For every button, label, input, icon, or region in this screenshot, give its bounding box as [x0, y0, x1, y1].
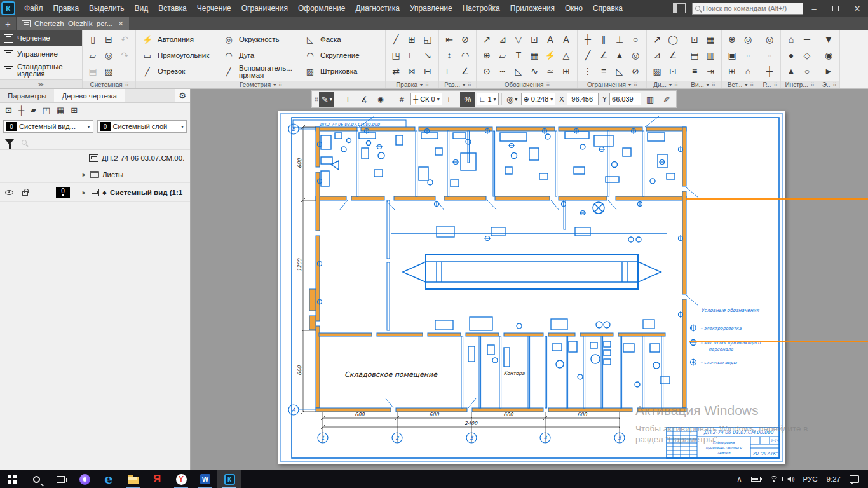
views-icon[interactable]: ⊡ [5, 105, 12, 115]
document-tab[interactable]: Chertezh_Olezhik_per... ✕ [17, 17, 129, 30]
new-tab-button[interactable]: + [0, 17, 17, 30]
snap-toggle-button[interactable]: % [460, 92, 475, 107]
menu-item-5[interactable]: Вставка [153, 0, 192, 17]
toolbar-grip[interactable]: ⠿ [314, 96, 318, 103]
tool-icon[interactable]: ⊕ [724, 32, 740, 47]
tool-icon[interactable]: ▼ [821, 32, 836, 47]
tool-icon[interactable]: ⊞ [724, 64, 740, 79]
tool-icon[interactable]: ╱ [580, 48, 595, 63]
tool-icon[interactable]: ↕ [442, 48, 457, 63]
tool-icon[interactable]: ▤ [687, 48, 702, 63]
menu-item-9[interactable]: Диагностика [350, 0, 405, 17]
style-pencil-button[interactable]: ✎▾ [319, 92, 334, 107]
tool-icon[interactable]: ▣ [724, 48, 740, 63]
zoom-level-dropdown[interactable]: ⊕ 0.248 ▾ [521, 93, 556, 105]
tool-icon[interactable]: ↘ [420, 48, 435, 63]
grid-button[interactable]: # [394, 92, 409, 107]
tool-icon[interactable]: ∥ [596, 32, 611, 47]
tool-icon[interactable]: ∠ [458, 64, 473, 79]
drawing-canvas[interactable]: ⠿ ✎▾ ⊥ ∡ ◉ # ┼ СК 0 ▾ ∟ % ∟ 1 ▾ ◎▾ ⊕ [191, 89, 868, 470]
command-search[interactable] [692, 3, 803, 15]
tool-icon[interactable]: ∟ [404, 48, 419, 63]
menu-item-8[interactable]: Оформление [293, 0, 350, 17]
tool-icon[interactable]: ◯ [665, 32, 681, 47]
tool-icon[interactable]: ∟ [442, 64, 457, 79]
tool-icon[interactable]: ⇤ [442, 32, 457, 47]
tool-icon[interactable]: ◎ [628, 48, 643, 63]
menu-item-6[interactable]: Черчение [192, 0, 236, 17]
tab-close-icon[interactable]: ✕ [118, 20, 123, 28]
tool-icon[interactable]: ∠ [596, 48, 611, 63]
segment-button[interactable]: ╱Отрезок [139, 64, 220, 79]
window-layout-icon[interactable] [673, 3, 686, 13]
language-indicator[interactable]: РУС [799, 470, 822, 488]
zoom-area-button[interactable]: ◎▾ [505, 92, 520, 107]
task-view-icon[interactable] [48, 470, 72, 488]
tree-row-sheets[interactable]: ► Листы [0, 166, 190, 183]
coordinate-system-icon[interactable]: ┼ [18, 105, 24, 115]
tool-icon[interactable]: ⇥ [703, 64, 718, 79]
fillet-button[interactable]: ◠Скругление [301, 48, 383, 64]
tool-icon[interactable]: ◎ [740, 32, 756, 47]
tool-icon[interactable]: ◱ [420, 32, 435, 47]
tool-icon[interactable]: ↗ [649, 32, 665, 47]
tool-icon[interactable]: ○ [799, 64, 815, 79]
objects-icon[interactable]: ◳ [43, 105, 50, 115]
volume-icon[interactable]: )) [783, 470, 799, 488]
battery-icon[interactable] [747, 470, 765, 488]
search-input[interactable] [703, 4, 800, 12]
arc-button[interactable]: ◠Дуга [220, 48, 301, 64]
hatch-button[interactable]: ▨Штриховка [301, 64, 383, 79]
rounding-dropdown[interactable]: ∟ 1 ▾ [477, 93, 499, 105]
menu-item-11[interactable]: Настройка [458, 0, 505, 17]
tool-icon[interactable]: ▥ [703, 48, 718, 63]
y-coordinate-field[interactable]: 66.039 [609, 93, 641, 105]
insert-view-icon[interactable]: ⊞ [71, 105, 78, 115]
construction-line-button[interactable]: ╱Вспомогатель... прямая [220, 64, 301, 79]
minimize-button[interactable]: – [803, 0, 825, 17]
tool-icon[interactable]: ◺ [612, 64, 627, 79]
ruler-icon[interactable]: ▥ [642, 92, 658, 107]
tool-icon[interactable]: ⊘ [628, 64, 643, 79]
tool-icon[interactable]: ∿ [527, 64, 542, 79]
notification-icon[interactable] [845, 470, 868, 488]
maximize-button[interactable] [825, 0, 846, 17]
menu-item-3[interactable]: Выделить [84, 0, 129, 17]
snap-parallel-button[interactable]: ⊥ [340, 92, 355, 107]
tool-icon[interactable]: ⌂ [783, 32, 799, 47]
alice-assistant-icon[interactable] [72, 470, 97, 488]
menu-item-10[interactable]: Управление [405, 0, 458, 17]
tool-icon[interactable]: ≡ [687, 64, 702, 79]
menu-item-13[interactable]: Окно [560, 0, 588, 17]
tool-icon[interactable]: ▫ [740, 48, 756, 63]
print-icon[interactable]: ⊟ [101, 32, 116, 47]
tool-icon[interactable]: ▦ [703, 32, 718, 47]
tool-icon[interactable]: ◎ [762, 32, 777, 47]
edge-icon[interactable]: e [97, 470, 121, 488]
tool-icon[interactable]: △ [559, 48, 574, 63]
tool-icon[interactable]: ◇ [799, 48, 815, 63]
tool-icon[interactable]: ► [821, 64, 836, 79]
tool-icon[interactable]: ─ [799, 32, 815, 47]
tool-icon[interactable]: ≃ [543, 64, 558, 79]
snap-angle-button[interactable]: ∡ [356, 92, 372, 107]
new-document-icon[interactable]: ▯ [85, 32, 100, 47]
menu-item-12[interactable]: Приложения [505, 0, 560, 17]
tool-icon[interactable]: ⊞ [404, 32, 419, 47]
mode-button-3[interactable]: Стандартные изделия [0, 62, 82, 78]
chamfer-button[interactable]: ◺Фаска [301, 32, 383, 48]
unlock-icon[interactable] [22, 191, 28, 196]
tool-icon[interactable]: ⚡ [543, 48, 558, 63]
x-coordinate-field[interactable]: -96.456 [567, 93, 599, 105]
tree-row-system-view[interactable]: 0 ► ◆ Системный вид (1:1 [0, 183, 190, 202]
layer-dropdown[interactable]: 0 Системный слой ▾ [97, 120, 187, 133]
tool-icon[interactable]: ◳ [388, 48, 403, 63]
tool-icon[interactable]: ▱ [495, 48, 510, 63]
tool-icon[interactable]: ⊥ [612, 32, 627, 47]
tool-icon[interactable]: ⊘ [458, 32, 473, 47]
print-preview-icon[interactable]: ◎ [101, 48, 116, 63]
tool-icon[interactable]: A [559, 32, 574, 47]
tool-icon[interactable]: ⊕ [479, 48, 494, 63]
tool-icon[interactable]: ⊿ [649, 48, 665, 63]
menu-item-14[interactable]: Справка [588, 0, 628, 17]
